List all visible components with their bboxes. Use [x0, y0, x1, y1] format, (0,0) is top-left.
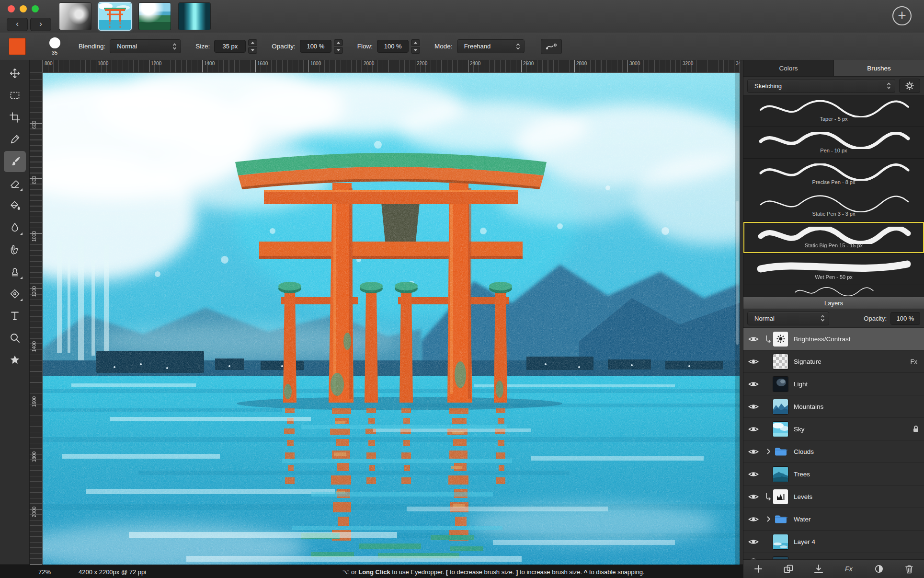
- marquee-select-tool[interactable]: [4, 85, 26, 106]
- tab-colors[interactable]: Colors: [743, 60, 834, 76]
- move-tool[interactable]: [4, 63, 26, 84]
- brush-item-wet-pen[interactable]: Wet Pen - 50 px: [743, 254, 924, 285]
- brush-item-precise-pen[interactable]: Precise Pen - 8 px: [743, 159, 924, 190]
- layer-effects-button[interactable]: Fx: [839, 562, 859, 576]
- visibility-eye-icon[interactable]: [748, 538, 764, 545]
- document-thumbnail-portrait[interactable]: [59, 3, 91, 30]
- canvas[interactable]: [43, 73, 740, 565]
- adjustments-button[interactable]: [869, 562, 889, 576]
- ruler-label: 1400: [32, 341, 37, 352]
- size-step-down[interactable]: [248, 47, 257, 54]
- layer-row-levels[interactable]: Levels: [743, 486, 924, 508]
- zoom-tool[interactable]: [4, 327, 26, 348]
- crop-tool[interactable]: [4, 107, 26, 128]
- brush-settings-button[interactable]: [899, 79, 920, 93]
- titlebar: ‹ › +: [0, 0, 924, 33]
- layers-footer-toolbar: Fx: [743, 559, 924, 578]
- opacity-step-down[interactable]: [334, 47, 343, 54]
- brush-stroke-preview: [755, 227, 913, 244]
- scrollbar-thumb[interactable]: [736, 201, 739, 345]
- favorites-tool[interactable]: [4, 349, 26, 370]
- visibility-eye-icon[interactable]: [748, 403, 764, 410]
- expand-chevron-icon[interactable]: [764, 449, 773, 454]
- brush-size-number: 35: [52, 50, 57, 56]
- tab-brushes[interactable]: Brushes: [834, 60, 924, 76]
- canvas-scrollbar[interactable]: [735, 73, 740, 565]
- flow-step-up[interactable]: [411, 39, 420, 46]
- studio-panel: Colors Brushes Sketching Taper - 5 px Pe…: [743, 60, 924, 578]
- layer-row-clouds[interactable]: Clouds: [743, 440, 924, 463]
- pen-node-tool[interactable]: [4, 283, 26, 304]
- layer-blend-value: Normal: [754, 315, 775, 322]
- eraser-tool[interactable]: [4, 173, 26, 194]
- blending-dropdown[interactable]: Normal: [110, 39, 181, 53]
- layer-row-signature[interactable]: Signature Fx: [743, 350, 924, 373]
- vertical-ruler[interactable]: 600 800 1000 1200 1400 1600 1800 2000: [30, 73, 43, 565]
- document-thumbnail-waterfall[interactable]: [179, 3, 210, 30]
- layer-row-layer-4[interactable]: Layer 4: [743, 531, 924, 553]
- visibility-eye-icon[interactable]: [748, 516, 764, 523]
- flow-input[interactable]: 100 %: [377, 40, 409, 53]
- add-layer-button[interactable]: [748, 562, 768, 576]
- document-thumbnail-landscape[interactable]: [139, 3, 171, 30]
- fullscreen-button[interactable]: [32, 5, 39, 12]
- forward-button[interactable]: ›: [30, 18, 51, 31]
- color-swatch[interactable]: [9, 38, 26, 55]
- close-button[interactable]: [8, 5, 15, 12]
- fx-badge[interactable]: Fx: [911, 358, 917, 365]
- brush-item-pen[interactable]: Pen - 10 px: [743, 127, 924, 159]
- back-button[interactable]: ‹: [7, 18, 28, 31]
- layer-row-light[interactable]: Light: [743, 373, 924, 395]
- new-document-button[interactable]: +: [892, 6, 912, 25]
- visibility-eye-icon[interactable]: [748, 358, 764, 365]
- layer-row-mountains[interactable]: Mountains: [743, 395, 924, 418]
- visibility-eye-icon[interactable]: [748, 426, 764, 433]
- brush-item-static-big-pen-15[interactable]: Static Big Pen 15 - 15 px: [743, 222, 924, 254]
- flood-fill-tool[interactable]: [4, 195, 26, 216]
- layer-name: Water: [794, 516, 919, 523]
- tools-panel: [0, 60, 30, 565]
- delete-layer-button[interactable]: [899, 562, 919, 576]
- visibility-eye-icon[interactable]: [748, 448, 764, 455]
- layer-row-water[interactable]: Water: [743, 508, 924, 531]
- text-tool[interactable]: [4, 305, 26, 326]
- pen-nib-icon: [9, 288, 21, 300]
- horizontal-ruler[interactable]: 800 1000 1200 1400 1600 1800 2000 2200 2…: [43, 60, 740, 73]
- visibility-eye-icon[interactable]: [748, 335, 764, 343]
- lock-icon[interactable]: [913, 425, 919, 433]
- opacity-input[interactable]: 100 %: [300, 40, 331, 53]
- stabilizer-button[interactable]: [541, 39, 562, 54]
- layer-blend-dropdown[interactable]: Normal: [747, 312, 829, 325]
- mode-dropdown[interactable]: Freehand: [457, 39, 525, 53]
- layer-row-brightness-contrast[interactable]: Brightness/Contrast: [743, 328, 924, 350]
- opacity-step-up[interactable]: [334, 39, 343, 46]
- clone-stamp-tool[interactable]: [4, 261, 26, 282]
- brush-name: Static Pen 3 - 3 px: [812, 211, 856, 217]
- brush-item-partial[interactable]: [743, 285, 924, 297]
- text-icon: [9, 310, 21, 322]
- minimize-button[interactable]: [20, 5, 27, 12]
- size-input[interactable]: 35 px: [214, 40, 246, 53]
- smudge-tool[interactable]: [4, 239, 26, 260]
- expand-chevron-icon[interactable]: [764, 516, 773, 522]
- blur-tool[interactable]: [4, 217, 26, 238]
- layer-row-sky[interactable]: Sky: [743, 418, 924, 440]
- brush-category-dropdown[interactable]: Sketching: [747, 79, 895, 93]
- ruler-label: 2000: [32, 507, 37, 517]
- layer-opacity-input[interactable]: 100 %: [890, 312, 920, 325]
- zoom-level[interactable]: 72%: [38, 568, 51, 576]
- import-content-button[interactable]: [809, 562, 829, 576]
- flow-step-down[interactable]: [411, 47, 420, 54]
- visibility-eye-icon[interactable]: [748, 381, 764, 388]
- layer-row-trees[interactable]: Trees: [743, 463, 924, 486]
- brush-item-static-pen-3[interactable]: Static Pen 3 - 3 px: [743, 190, 924, 222]
- paint-brush-tool[interactable]: [4, 151, 26, 172]
- size-stepper: [248, 39, 257, 54]
- pencil-tool[interactable]: [4, 129, 26, 150]
- add-group-button[interactable]: [778, 562, 799, 576]
- size-step-up[interactable]: [248, 39, 257, 46]
- brush-item-taper[interactable]: Taper - 5 px: [743, 95, 924, 127]
- document-thumbnail-torii-active[interactable]: [99, 3, 131, 30]
- visibility-eye-icon[interactable]: [748, 471, 764, 478]
- visibility-eye-icon[interactable]: [748, 493, 764, 500]
